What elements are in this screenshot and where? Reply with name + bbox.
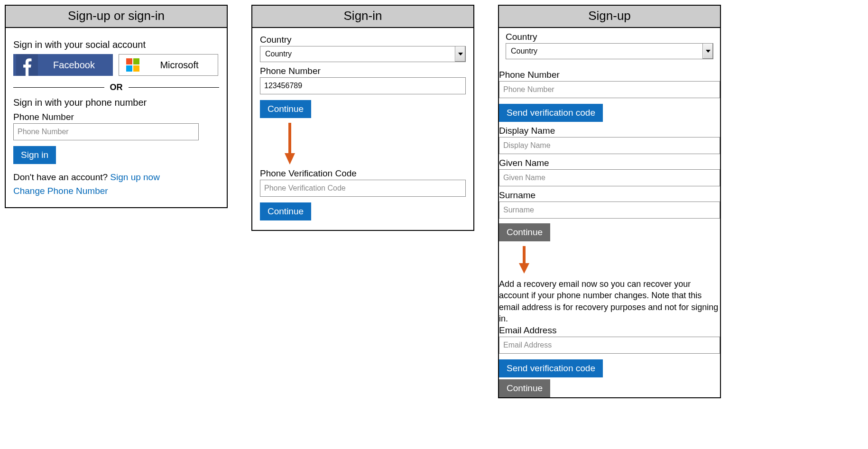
- signup-signin-panel: Sign-up or sign-in Sign in with your soc…: [5, 5, 228, 208]
- facebook-button[interactable]: Facebook: [13, 54, 113, 76]
- country-label: Country: [260, 35, 466, 45]
- panel-body: Country Country: [499, 28, 720, 66]
- facebook-label: Facebook: [38, 60, 110, 71]
- display-name-label: Display Name: [499, 126, 720, 136]
- send-code-button-1[interactable]: Send verification code: [499, 104, 603, 122]
- svg-marker-1: [285, 153, 295, 165]
- continue-button-1[interactable]: Continue: [260, 100, 311, 118]
- phone-input[interactable]: [13, 123, 199, 140]
- given-name-input[interactable]: [499, 169, 720, 186]
- phone-label: Phone Number: [13, 112, 219, 122]
- svg-marker-3: [519, 263, 529, 274]
- surname-label: Surname: [499, 190, 720, 201]
- surname-input[interactable]: [499, 202, 720, 219]
- verification-input[interactable]: [260, 180, 466, 197]
- signup-now-link[interactable]: Sign up now: [110, 172, 160, 182]
- chevron-down-icon: [702, 44, 713, 59]
- signup-panel: Sign-up Country Country Phone Number Sen…: [498, 5, 721, 398]
- change-phone-link[interactable]: Change Phone Number: [13, 186, 108, 196]
- country-select[interactable]: Country: [506, 43, 713, 59]
- email-label: Email Address: [499, 325, 720, 336]
- phone-signin-heading: Sign in with your phone number: [13, 97, 219, 108]
- panel-title: Sign-up or sign-in: [6, 6, 227, 28]
- display-name-input[interactable]: [499, 137, 720, 154]
- continue-button-2[interactable]: Continue: [499, 379, 550, 397]
- email-input[interactable]: [499, 337, 720, 354]
- recovery-description: Add a recovery email now so you can reco…: [499, 278, 720, 324]
- account-links: Don't have an account? Sign up now Chang…: [13, 171, 219, 198]
- verification-label: Phone Verification Code: [260, 168, 466, 179]
- phone-label: Phone Number: [499, 70, 720, 80]
- signin-button[interactable]: Sign in: [13, 146, 56, 164]
- panel-title: Sign-in: [252, 6, 473, 28]
- no-account-text: Don't have an account?: [13, 172, 110, 182]
- microsoft-button[interactable]: Microsoft: [119, 54, 218, 76]
- country-label: Country: [506, 32, 713, 42]
- country-value: Country: [506, 47, 702, 55]
- flow-arrow-icon: [499, 245, 720, 274]
- country-value: Country: [260, 50, 455, 58]
- social-signin-heading: Sign in with your social account: [13, 39, 219, 50]
- chevron-down-icon: [455, 46, 465, 62]
- phone-input[interactable]: [499, 81, 720, 98]
- panel-body: Country Country Phone Number Continue Ph…: [252, 28, 473, 230]
- panel-body: Sign in with your social account Faceboo…: [6, 28, 227, 207]
- or-text: OR: [104, 82, 129, 92]
- panel-title: Sign-up: [499, 6, 720, 28]
- continue-button-2[interactable]: Continue: [260, 202, 311, 220]
- signin-panel: Sign-in Country Country Phone Number Con…: [251, 5, 474, 231]
- continue-button-1[interactable]: Continue: [499, 223, 550, 241]
- phone-input[interactable]: [260, 77, 466, 94]
- microsoft-label: Microsoft: [144, 60, 215, 71]
- phone-label: Phone Number: [260, 66, 466, 76]
- facebook-icon: [16, 54, 38, 76]
- or-divider: OR: [13, 82, 219, 92]
- send-code-button-2[interactable]: Send verification code: [499, 359, 603, 377]
- flow-arrow-icon: [260, 122, 466, 165]
- social-buttons-row: Facebook Microsoft: [13, 54, 219, 76]
- country-select[interactable]: Country: [260, 46, 466, 62]
- given-name-label: Given Name: [499, 158, 720, 168]
- microsoft-icon: [122, 54, 144, 76]
